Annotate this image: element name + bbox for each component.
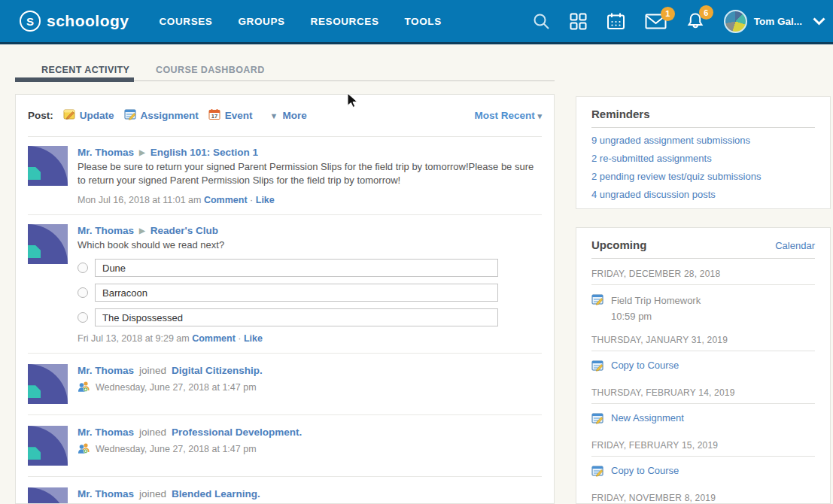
- reminder-link-ungraded-discussions[interactable]: 4 ungraded discussion posts: [591, 189, 815, 200]
- reminder-link-resubmitted[interactable]: 2 re-submitted assignments: [591, 153, 815, 164]
- event-title[interactable]: Copy to Course: [611, 360, 679, 371]
- app-grid-icon[interactable]: [560, 13, 597, 30]
- timestamp: Wednesday, June 27, 2018 at 1:47 pm: [96, 382, 257, 393]
- feed-item-update: Mr. Thomas ▶ English 101: Section 1 Plea…: [28, 137, 542, 215]
- event-title[interactable]: New Assignment: [611, 412, 684, 424]
- author-link[interactable]: Mr. Thomas: [78, 365, 134, 376]
- feed-item-joined: Mr. Thomas joined Blended Learning. Wedn…: [28, 477, 542, 504]
- post-meta: Wednesday, June 27, 2018 at 1:47 pm: [78, 381, 542, 394]
- comment-button[interactable]: Comment: [192, 333, 236, 344]
- upcoming-date-header: THURSDAY, JANUARY 31, 2019: [591, 325, 815, 351]
- main-nav: COURSES GROUPS RESOURCES TOOLS: [160, 16, 442, 27]
- author-link[interactable]: Mr. Thomas: [78, 427, 134, 438]
- dot-separator: ·: [238, 333, 241, 344]
- sort-dropdown[interactable]: Most Recent ▾: [474, 110, 542, 121]
- like-button[interactable]: Like: [256, 195, 275, 205]
- tab-recent-activity[interactable]: RECENT ACTIVITY: [41, 65, 129, 75]
- upcoming-card: Upcoming Calendar FRIDAY, DECEMBER 28, 2…: [576, 227, 831, 504]
- poll-option[interactable]: Dune: [95, 259, 498, 277]
- user-name: Tom Gal...: [754, 16, 802, 27]
- nav-item-tools[interactable]: TOOLS: [405, 16, 442, 27]
- poll-options: Dune Barracoon The Dispossessed: [78, 259, 542, 326]
- search-icon[interactable]: [523, 13, 560, 30]
- event-title[interactable]: Copy to Course: [611, 465, 679, 476]
- post-event-label: Event: [225, 110, 253, 121]
- feed-item-poll: Mr. Thomas ▶ Reader's Club Which book sh…: [28, 215, 542, 354]
- nav-item-courses[interactable]: COURSES: [160, 16, 213, 27]
- post-more-button[interactable]: ▼ More: [270, 110, 307, 121]
- poll-radio[interactable]: [78, 312, 88, 323]
- reminder-link-ungraded-assignments[interactable]: 9 ungraded assignment submissions: [591, 135, 815, 146]
- notifications-bell-icon[interactable]: 6: [676, 12, 715, 30]
- post-event-button[interactable]: 17 Event: [208, 108, 253, 123]
- post-assignment-button[interactable]: Assignment: [124, 108, 199, 123]
- poll-option[interactable]: The Dispossessed: [95, 308, 498, 326]
- comment-button[interactable]: Comment: [204, 195, 248, 205]
- top-nav-bar: S schoology COURSES GROUPS RESOURCES TOO…: [0, 0, 833, 44]
- upcoming-date-header: FRIDAY, NOVEMBER 8, 2019: [591, 483, 815, 504]
- group-add-icon: [78, 442, 90, 456]
- poll-option-row: Dune: [78, 259, 542, 277]
- group-link[interactable]: Reader's Club: [150, 225, 218, 236]
- chevron-down-icon[interactable]: [813, 17, 825, 26]
- course-link[interactable]: Digital Citizenship.: [172, 365, 263, 376]
- poll-option[interactable]: Barracoon: [95, 284, 498, 302]
- course-link[interactable]: English 101: Section 1: [150, 147, 258, 158]
- post-update-label: Update: [80, 110, 114, 121]
- course-link[interactable]: Professional Development.: [172, 427, 302, 438]
- arrow-right-icon: ▶: [139, 226, 145, 235]
- header-actions: 1 6 Tom Gal...: [523, 10, 825, 33]
- sort-caret-icon: ▾: [537, 111, 542, 120]
- upcoming-event: Field Trip Homework 10:59 pm: [591, 285, 815, 325]
- upcoming-event: Copy to Course: [591, 457, 815, 483]
- poll-radio[interactable]: [78, 287, 88, 298]
- avatar: [28, 364, 68, 404]
- user-menu[interactable]: Tom Gal...: [724, 10, 802, 33]
- schoology-logo[interactable]: S schoology: [20, 11, 129, 32]
- joined-verb: joined: [139, 427, 166, 438]
- user-avatar: [724, 10, 747, 33]
- author-link[interactable]: Mr. Thomas: [78, 147, 134, 158]
- update-icon: [63, 108, 75, 123]
- avatar: [28, 146, 68, 186]
- course-link[interactable]: Blended Learning.: [172, 488, 260, 499]
- arrow-right-icon: ▶: [139, 148, 145, 156]
- feed-item-joined: Mr. Thomas joined Digital Citizenship. W…: [28, 354, 542, 415]
- poll-option-row: The Dispossessed: [78, 308, 542, 326]
- post-body: Please be sure to return your signed Par…: [78, 160, 542, 188]
- tab-course-dashboard[interactable]: COURSE DASHBOARD: [156, 65, 265, 75]
- assignment-icon: [591, 293, 603, 308]
- post-meta: Fri Jul 13, 2018 at 9:29 am Comment · Li…: [78, 333, 542, 344]
- event-title[interactable]: Field Trip Homework: [611, 295, 701, 306]
- poll-option-row: Barracoon: [78, 284, 542, 302]
- joined-verb: joined: [139, 365, 166, 376]
- post-update-button[interactable]: Update: [63, 108, 114, 123]
- logo-text: schoology: [47, 12, 129, 30]
- joined-verb: joined: [139, 488, 166, 499]
- avatar: [28, 224, 68, 264]
- calendar-link[interactable]: Calendar: [775, 240, 815, 251]
- poll-question: Which book should we read next?: [78, 238, 542, 252]
- nav-item-resources[interactable]: RESOURCES: [311, 16, 379, 27]
- calendar-icon[interactable]: [597, 12, 635, 30]
- timestamp: Wednesday, June 27, 2018 at 1:47 pm: [96, 444, 257, 454]
- messages-icon[interactable]: 1: [635, 14, 676, 29]
- post-meta: Wednesday, June 27, 2018 at 1:47 pm: [78, 442, 542, 456]
- event-time: 10:59 pm: [611, 311, 701, 322]
- schoology-s-icon: S: [20, 11, 41, 32]
- post-toolbar: Post: Update Assignment 17 Event ▼ More …: [28, 95, 542, 137]
- upcoming-date-header: THURSDAY, FEBRUARY 14, 2019: [591, 378, 815, 404]
- reminder-link-pending-review[interactable]: 2 pending review test/quiz submissions: [591, 171, 815, 182]
- like-button[interactable]: Like: [244, 333, 263, 344]
- assignment-icon: [591, 412, 603, 427]
- author-link[interactable]: Mr. Thomas: [78, 225, 134, 236]
- group-add-icon: [78, 381, 90, 394]
- author-link[interactable]: Mr. Thomas: [78, 488, 134, 499]
- post-assignment-label: Assignment: [141, 110, 199, 121]
- upcoming-title: Upcoming: [591, 238, 646, 251]
- poll-radio[interactable]: [78, 263, 88, 273]
- nav-item-groups[interactable]: GROUPS: [238, 16, 284, 27]
- reminders-card: Reminders 9 ungraded assignment submissi…: [576, 96, 831, 209]
- upcoming-date-header: FRIDAY, FEBRUARY 15, 2019: [591, 430, 815, 457]
- svg-text:17: 17: [211, 113, 217, 120]
